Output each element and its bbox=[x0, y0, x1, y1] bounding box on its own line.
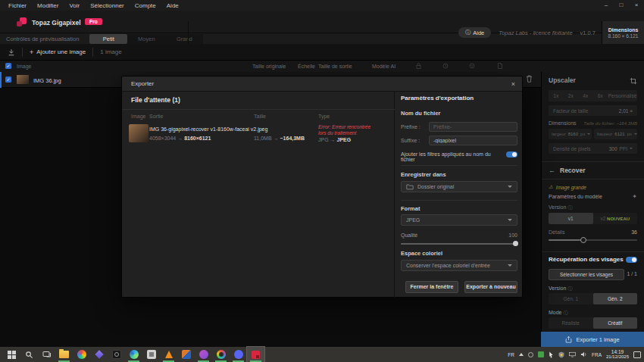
close-button[interactable]: × bbox=[629, 0, 644, 11]
width-unit: px bbox=[580, 132, 585, 136]
maximize-button[interactable]: □ bbox=[614, 0, 629, 11]
security-shield-icon[interactable] bbox=[558, 351, 564, 358]
menu-voir[interactable]: Voir bbox=[64, 2, 85, 9]
format-dropdown[interactable]: JPEG bbox=[401, 214, 517, 226]
scale-1x[interactable]: 1x bbox=[549, 90, 564, 101]
tray-expand-chevron-icon[interactable] bbox=[519, 353, 524, 356]
height-field[interactable]: hauteur 6121 px bbox=[594, 129, 637, 139]
preview-size-petit[interactable]: Petit bbox=[89, 34, 127, 44]
window-controls: – □ × bbox=[599, 0, 644, 11]
help-button[interactable]: ⓘ Aide bbox=[458, 27, 491, 38]
download-icon[interactable] bbox=[8, 48, 15, 56]
suffix-label: Suffixe : bbox=[401, 138, 420, 143]
close-window-button[interactable]: Fermer la fenêtre bbox=[405, 281, 458, 293]
faces-version-segmented: Gén. 1 Gén. 2 bbox=[549, 293, 637, 304]
suffix-input[interactable] bbox=[429, 136, 517, 145]
scale-4x[interactable]: 4x bbox=[578, 90, 593, 101]
taskbar-clock[interactable]: 14:19 21/12/2025 bbox=[606, 349, 629, 360]
row-selected-accent bbox=[0, 72, 2, 88]
clock-time: 14:19 bbox=[611, 349, 624, 355]
gen2-button[interactable]: Gén. 2 bbox=[593, 293, 638, 304]
star-app-button[interactable] bbox=[90, 347, 108, 362]
width-field[interactable]: largeur 8160 px bbox=[549, 129, 592, 139]
photos-app-button[interactable] bbox=[73, 347, 90, 362]
sparkle-icon[interactable]: ✦ bbox=[632, 193, 637, 200]
tray-app-icon-2[interactable] bbox=[538, 351, 544, 357]
menu-selectionner[interactable]: Sélectionner bbox=[85, 2, 129, 9]
minimize-button[interactable]: – bbox=[599, 0, 614, 11]
media-app-button[interactable] bbox=[195, 347, 212, 362]
details-value: 36 bbox=[631, 229, 637, 235]
vlc-cone-icon bbox=[165, 351, 173, 358]
pixel-density-field[interactable]: Densité de pixels 300 PPI bbox=[549, 143, 637, 154]
menu-modifier[interactable]: Modifier bbox=[32, 2, 64, 9]
details-slider[interactable] bbox=[549, 239, 637, 241]
add-image-button[interactable]: + Ajouter une image bbox=[30, 48, 86, 56]
preview-size-grand[interactable]: Grand bbox=[165, 34, 203, 44]
language-short[interactable]: FR bbox=[508, 352, 514, 357]
creative-button[interactable]: Créatif bbox=[593, 317, 638, 329]
cursor-tray-icon[interactable] bbox=[549, 351, 554, 358]
export-dialog: Exporter × File d'attente (1) Image Sort… bbox=[121, 76, 523, 298]
menu-fichier[interactable]: Fichier bbox=[3, 2, 32, 9]
menu-bar: Fichier Modifier Voir Sélectionner Compt… bbox=[0, 0, 644, 11]
gen1-button[interactable]: Gén. 1 bbox=[549, 293, 593, 304]
preview-size-moyen[interactable]: Moyen bbox=[127, 34, 165, 44]
filename-section-label: Nom du fichier bbox=[401, 110, 441, 117]
task-view-button[interactable] bbox=[38, 347, 55, 362]
row-checkbox[interactable]: ✓ bbox=[5, 76, 11, 83]
tray-app-icon-1[interactable] bbox=[528, 352, 533, 357]
version-v2-button[interactable]: v2 NOUVEAU bbox=[593, 213, 638, 224]
export-image-button[interactable]: Exporter 1 image bbox=[541, 332, 644, 347]
menu-compte[interactable]: Compte bbox=[130, 2, 161, 9]
colorspace-dropdown[interactable]: Conserver l'espace coloriel d'entrée bbox=[401, 260, 517, 271]
edge-browser-button[interactable] bbox=[125, 347, 142, 362]
topaz-app-icon bbox=[252, 351, 260, 359]
discord-icon bbox=[234, 350, 243, 359]
d-app-button[interactable] bbox=[177, 347, 195, 362]
scale-2x[interactable]: 2x bbox=[564, 90, 579, 101]
speaker-icon[interactable] bbox=[580, 351, 587, 357]
scale-6x[interactable]: 6x bbox=[593, 90, 608, 101]
clock-date: 21/12/2025 bbox=[606, 354, 629, 360]
menu-aide[interactable]: Aide bbox=[161, 2, 184, 9]
trash-icon[interactable] bbox=[526, 75, 533, 83]
taskbar-search-button[interactable] bbox=[20, 347, 38, 362]
select-faces-button[interactable]: Sélectionner les visages bbox=[549, 269, 624, 280]
vlc-button[interactable] bbox=[160, 347, 177, 362]
folder-chevron-down-icon bbox=[508, 186, 512, 188]
file-explorer-button[interactable] bbox=[55, 347, 73, 362]
star-app-icon bbox=[95, 350, 103, 358]
face-recovery-toggle[interactable] bbox=[626, 257, 637, 263]
capture-app-button[interactable] bbox=[108, 347, 125, 362]
append-filters-toggle[interactable] bbox=[506, 151, 517, 158]
col-original-size: Taille originale bbox=[252, 64, 286, 69]
quality-slider[interactable] bbox=[401, 243, 517, 245]
version-v1-button[interactable]: v1 bbox=[549, 213, 593, 224]
queue-col-size: Taille bbox=[254, 114, 266, 119]
export-again-button[interactable]: Exporter à nouveau bbox=[464, 281, 517, 293]
discord-button[interactable] bbox=[230, 347, 247, 362]
scale-segmented: 1x 2x 4x 6x Personnalisé bbox=[549, 90, 637, 101]
language-indicator[interactable]: FRA bbox=[592, 352, 602, 357]
realistic-button[interactable]: Réaliste bbox=[549, 317, 593, 329]
select-all-checkbox[interactable]: ✓ bbox=[5, 63, 11, 69]
version-text: v1.0.7 bbox=[580, 30, 596, 36]
recover-header[interactable]: ← Recover bbox=[549, 167, 586, 174]
back-arrow-icon[interactable]: ← bbox=[549, 167, 555, 174]
size-factor-value: 2,01 × bbox=[619, 108, 633, 114]
crop-icon[interactable] bbox=[630, 77, 637, 85]
action-center-icon[interactable] bbox=[633, 351, 641, 358]
start-button[interactable] bbox=[3, 347, 20, 362]
store-app-button[interactable] bbox=[142, 347, 160, 362]
size-factor-field[interactable]: Facteur de taille 2,01 × bbox=[549, 105, 637, 116]
settings-wheel-button[interactable] bbox=[212, 347, 230, 362]
topaz-gigapixel-taskbar-button[interactable] bbox=[247, 347, 264, 362]
app-header: Topaz Gigapixel Pro ⓘ Aide Topaz Labs - … bbox=[0, 11, 644, 33]
prefix-input[interactable] bbox=[429, 122, 517, 132]
save-folder-dropdown[interactable]: Dossier original bbox=[401, 181, 517, 192]
display-tray-icon[interactable] bbox=[569, 351, 576, 357]
format-value: JPEG bbox=[406, 217, 420, 223]
scale-custom[interactable]: Personnalisé bbox=[608, 90, 637, 101]
dialog-close-icon[interactable]: × bbox=[511, 80, 515, 89]
